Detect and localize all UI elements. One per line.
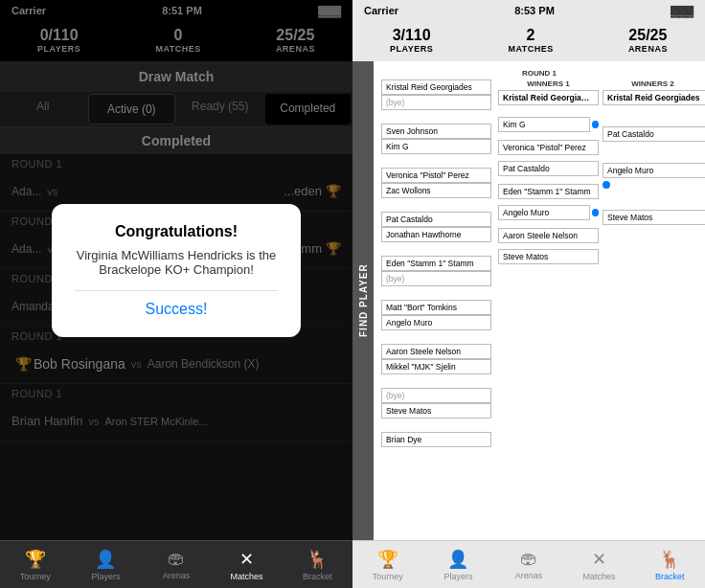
right-arenas-stat: 25/25 ARENAS (628, 27, 668, 54)
bracket-scroll[interactable]: ROUND 1 Kristal Reid Georgiades (bye) Sv… (374, 61, 705, 540)
right-status-bar: Carrier 8:53 PM ▓▓▓ (352, 0, 705, 21)
players-icon: 👤 (95, 549, 116, 570)
w2-pat: Pat Castaldo (603, 126, 705, 142)
player-kristal: Kristal Reid Georgiades (381, 79, 491, 95)
dot-3 (603, 181, 610, 189)
left-nav-arenas[interactable]: 🏟 Arenas (141, 541, 212, 588)
right-nav-tourney-label: Tourney (373, 572, 403, 581)
player-bye3: (bye) (381, 388, 491, 403)
player-pat: Pat Castaldo (381, 212, 491, 227)
matchup-2: Sven Johnson Kim G (381, 124, 494, 154)
left-nav-arenas-label: Arenas (163, 571, 191, 580)
w1-kristal: Kristal Reid Georgiades (498, 90, 599, 105)
left-nav-matches[interactable]: ✕ Matches (212, 541, 283, 588)
modal-title: Congratulations! (75, 223, 278, 240)
right-carrier: Carrier (364, 5, 398, 16)
winners2-header: WINNERS 2 (603, 79, 703, 88)
player-aaron: Aaron Steele Nelson (381, 344, 491, 359)
player-bye2: (bye) (381, 271, 491, 286)
left-nav-players-label: Players (91, 572, 120, 581)
arenas-icon: 🏟 (168, 549, 185, 569)
right-bracket-icon: 🦌 (659, 549, 680, 570)
matchup-6: Matt "Bort" Tomkins Angelo Muro (381, 300, 494, 330)
left-nav-bracket[interactable]: 🦌 Bracket (282, 541, 352, 588)
w1-eden: Eden "Stamm 1" Stamm (498, 184, 599, 199)
right-matches-stat: 2 MATCHES (508, 27, 553, 54)
right-matches-icon: ✕ (592, 549, 606, 570)
w2-angelo: Angelo Muro (603, 163, 705, 178)
player-matt: Matt "Bort" Tomkins (381, 300, 491, 315)
right-nav-bracket-label: Bracket (655, 572, 685, 581)
dot-1 (592, 121, 599, 128)
right-arenas-value: 25/25 (628, 27, 668, 44)
player-angelo: Angelo Muro (381, 315, 491, 330)
player-kim: Kim G (381, 139, 491, 154)
right-nav-tourney[interactable]: 🏆 Tourney (352, 541, 423, 588)
w2-kristal: Kristal Reid Georgiades (603, 90, 705, 105)
w2-steve: Steve Matos (603, 210, 705, 225)
player-mikkel: Mikkel "MJK" Sjelin (381, 359, 491, 374)
left-nav-players[interactable]: 👤 Players (71, 541, 142, 588)
winners1-header: WINNERS 1 (498, 79, 599, 88)
right-players-stat: 3/110 PLAYERS (390, 27, 433, 54)
player-brian: Brian Dye (381, 432, 491, 447)
left-nav-matches-label: Matches (231, 572, 263, 581)
right-phone: Carrier 8:53 PM ▓▓▓ 3/110 PLAYERS 2 MATC… (352, 0, 705, 588)
left-nav-tourney-label: Tourney (20, 572, 51, 581)
round1-column: Kristal Reid Georgiades (bye) Sven Johns… (381, 79, 494, 447)
winners2-column: WINNERS 2 Kristal Reid Georgiades Pat Ca… (603, 79, 703, 225)
w1-pat: Pat Castaldo (498, 161, 599, 176)
right-matches-value: 2 (508, 27, 553, 44)
right-arenas-label: ARENAS (628, 44, 668, 54)
player-bye1: (bye) (381, 95, 491, 110)
left-nav-bracket-label: Bracket (303, 572, 332, 581)
player-jonathan: Jonathan Hawthorne (381, 227, 491, 242)
modal-body: Virginia McWilliams Hendricks is the Bra… (75, 248, 278, 277)
right-battery: ▓▓▓ (671, 5, 694, 16)
modal-success-button[interactable]: Success! (75, 290, 278, 318)
right-nav-bracket[interactable]: 🦌 Bracket (634, 541, 705, 588)
matchup-4: Pat Castaldo Jonathan Hawthorne (381, 212, 494, 242)
right-time: 8:53 PM (514, 5, 555, 16)
find-player-tab[interactable]: FIND PLAYER (352, 61, 374, 540)
modal-overlay: Congratulations! Virginia McWilliams Hen… (0, 0, 352, 540)
right-nav-arenas-label: Arenas (515, 571, 543, 580)
left-bottom-nav: 🏆 Tourney 👤 Players 🏟 Arenas ✕ Matches 🦌… (0, 540, 352, 588)
w1-steve: Steve Matos (498, 249, 599, 264)
matchup-5: Eden "Stamm 1" Stamm (bye) (381, 256, 494, 286)
matchup-3: Veronica "Pistol" Perez Zac Wollons (381, 168, 494, 198)
modal-box: Congratulations! Virginia McWilliams Hen… (52, 204, 301, 337)
winners1-column: WINNERS 1 Kristal Reid Georgiades Kim G … (498, 79, 599, 264)
w1-angelo: Angelo Muro (498, 205, 590, 220)
left-nav-tourney[interactable]: 🏆 Tourney (0, 541, 71, 588)
bracket-icon-left: 🦌 (307, 549, 328, 570)
right-arenas-icon: 🏟 (520, 549, 537, 569)
right-nav-players[interactable]: 👤 Players (423, 541, 494, 588)
right-bottom-nav: 🏆 Tourney 👤 Players 🏟 Arenas ✕ Matches 🦌… (352, 540, 705, 588)
matchup-8: (bye) Steve Matos (381, 388, 494, 418)
w1-aaron: Aaron Steele Nelson (498, 228, 599, 243)
player-sven: Sven Johnson (381, 124, 491, 139)
right-players-icon: 👤 (447, 549, 468, 570)
right-matches-label: MATCHES (508, 44, 553, 54)
right-nav-matches[interactable]: ✕ Matches (564, 541, 635, 588)
player-zac: Zac Wollons (381, 183, 491, 198)
right-nav-arenas[interactable]: 🏟 Arenas (493, 541, 564, 588)
round1-header: ROUND 1 (381, 69, 697, 78)
right-nav-players-label: Players (443, 572, 472, 581)
w1-kim: Kim G (498, 117, 590, 132)
player-steve: Steve Matos (381, 403, 491, 418)
dot-2 (592, 209, 599, 216)
matchup-1: Kristal Reid Georgiades (bye) (381, 79, 494, 110)
right-players-label: PLAYERS (390, 44, 433, 54)
right-nav-matches-label: Matches (583, 572, 616, 581)
bracket-content: ROUND 1 Kristal Reid Georgiades (bye) Sv… (374, 65, 705, 536)
tourney-icon: 🏆 (25, 549, 46, 570)
right-tourney-icon: 🏆 (377, 549, 398, 570)
left-phone: Carrier 8:51 PM ▓▓▓ 0/110 PLAYERS 0 MATC… (0, 0, 352, 588)
w1-veronica: Veronica "Pistol" Perez (498, 140, 599, 155)
matchup-7: Aaron Steele Nelson Mikkel "MJK" Sjelin (381, 344, 494, 374)
player-eden: Eden "Stamm 1" Stamm (381, 256, 491, 271)
bracket-area: FIND PLAYER ROUND 1 Kristal Reid Georgia… (352, 61, 705, 540)
player-veronica: Veronica "Pistol" Perez (381, 168, 491, 183)
